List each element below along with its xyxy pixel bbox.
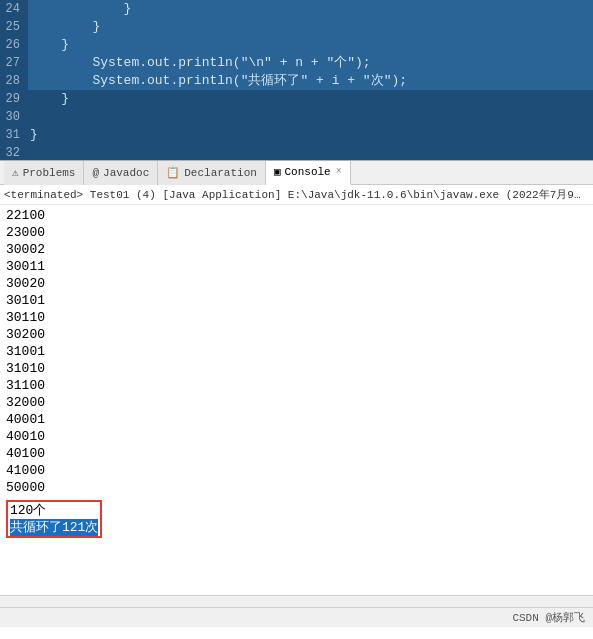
tab-problems[interactable]: ⚠Problems	[4, 161, 84, 185]
console-output-line: 40010	[6, 428, 587, 445]
editor-line: 28 System.out.println("共循环了" + i + "次");	[0, 72, 593, 90]
console-area: <terminated> Test01 (4) [Java Applicatio…	[0, 185, 593, 607]
console-output-line: 30011	[6, 258, 587, 275]
problems-tab-icon: ⚠	[12, 166, 19, 179]
console-tab-label: Console	[285, 166, 331, 178]
console-output[interactable]: 2210023000300023001130020301013011030200…	[0, 205, 593, 595]
line-number: 26	[0, 36, 28, 54]
line-number: 29	[0, 90, 28, 108]
tab-list: ⚠Problems@Javadoc📋Declaration▣Console×	[4, 161, 351, 185]
console-output-line: 31100	[6, 377, 587, 394]
console-output-line: 40001	[6, 411, 587, 428]
bottom-panel: ⚠Problems@Javadoc📋Declaration▣Console× <…	[0, 160, 593, 627]
console-output-line: 30110	[6, 309, 587, 326]
line-number: 30	[0, 108, 28, 126]
console-header: <terminated> Test01 (4) [Java Applicatio…	[0, 185, 593, 205]
javadoc-tab-icon: @	[92, 167, 99, 179]
highlight-box: 120个共循环了121次	[6, 500, 102, 538]
line-content: System.out.println("共循环了" + i + "次");	[28, 72, 593, 90]
console-output-line: 31010	[6, 360, 587, 377]
footer-brand: CSDN @杨郭飞	[512, 610, 585, 625]
tab-javadoc[interactable]: @Javadoc	[84, 161, 158, 185]
line-content: }	[28, 126, 593, 144]
declaration-tab-label: Declaration	[184, 167, 257, 179]
line-content: }	[28, 0, 593, 18]
console-output-line: 31001	[6, 343, 587, 360]
editor-line: 31}	[0, 126, 593, 144]
editor-line: 29 }	[0, 90, 593, 108]
tab-declaration[interactable]: 📋Declaration	[158, 161, 266, 185]
console-output-line: 22100	[6, 207, 587, 224]
console-tab-close[interactable]: ×	[336, 166, 342, 177]
line-number: 27	[0, 54, 28, 72]
tab-console[interactable]: ▣Console×	[266, 161, 351, 185]
console-output-line: 32000	[6, 394, 587, 411]
highlight-line: 120个	[10, 502, 98, 519]
editor-lines: 24 }25 }26 }27 System.out.println("\n" +…	[0, 0, 593, 160]
console-output-line: 30020	[6, 275, 587, 292]
javadoc-tab-label: Javadoc	[103, 167, 149, 179]
line-content: }	[28, 18, 593, 36]
console-output-line: 23000	[6, 224, 587, 241]
console-output-line: 40100	[6, 445, 587, 462]
editor-line: 32	[0, 144, 593, 160]
editor-line: 24 }	[0, 0, 593, 18]
console-output-line: 41000	[6, 462, 587, 479]
editor-line: 25 }	[0, 18, 593, 36]
line-number: 25	[0, 18, 28, 36]
editor-line: 30	[0, 108, 593, 126]
console-output-line: 50000	[6, 479, 587, 496]
line-number: 28	[0, 72, 28, 90]
console-output-line: 30200	[6, 326, 587, 343]
console-scrollbar[interactable]	[0, 595, 593, 607]
line-content: System.out.println("\n" + n + "个");	[28, 54, 593, 72]
console-tab-icon: ▣	[274, 165, 281, 178]
console-output-line: 30101	[6, 292, 587, 309]
line-number: 31	[0, 126, 28, 144]
line-number: 32	[0, 144, 28, 160]
code-editor: 24 }25 }26 }27 System.out.println("\n" +…	[0, 0, 593, 160]
line-content: }	[28, 36, 593, 54]
editor-line: 27 System.out.println("\n" + n + "个");	[0, 54, 593, 72]
highlight-line: 共循环了121次	[10, 519, 98, 536]
line-number: 24	[0, 0, 28, 18]
problems-tab-label: Problems	[23, 167, 76, 179]
output-lines: 2210023000300023001130020301013011030200…	[6, 207, 587, 496]
declaration-tab-icon: 📋	[166, 166, 180, 179]
footer: CSDN @杨郭飞	[0, 607, 593, 627]
tab-bar: ⚠Problems@Javadoc📋Declaration▣Console×	[0, 161, 593, 185]
editor-line: 26 }	[0, 36, 593, 54]
line-content: }	[28, 90, 593, 108]
console-output-line: 30002	[6, 241, 587, 258]
